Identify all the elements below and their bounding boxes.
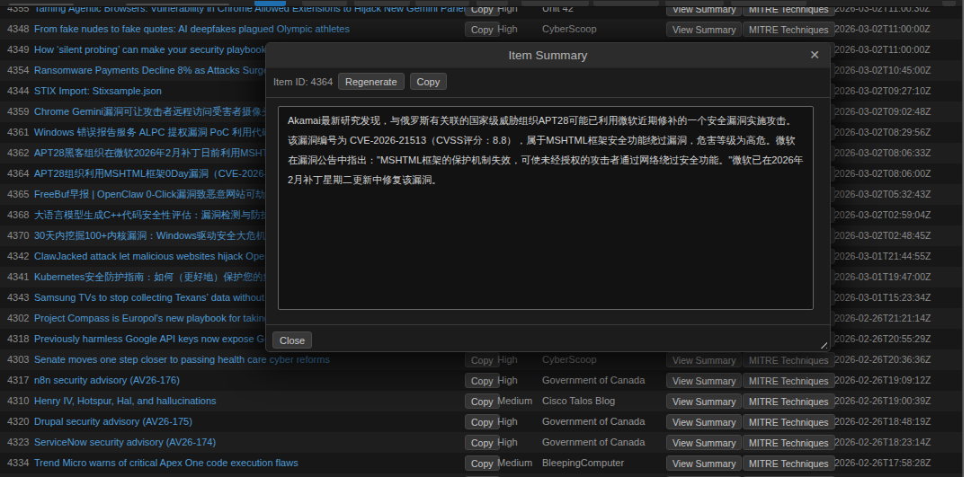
timestamp: 2026-03-01T19:47:00Z — [834, 267, 931, 287]
mitre-techniques-button[interactable]: MITRE Techniques — [743, 414, 835, 429]
dialog-divider — [266, 324, 830, 325]
regenerate-button[interactable]: Regenerate — [338, 73, 405, 90]
table-row[interactable]: Copy View Summary MITRE Techniques — [0, 473, 962, 477]
table-row[interactable]: 4320 Drupal security advisory (AV26-175)… — [0, 411, 962, 432]
toolbar-button-fragment[interactable] — [665, 1, 724, 6]
mitre-techniques-button[interactable]: MITRE Techniques — [743, 22, 835, 37]
item-title-link[interactable]: 大语言模型生成C++代码安全性评估：漏洞检测与防护 — [34, 205, 271, 225]
item-title-link[interactable]: APT28黑客组织在微软2026年2月补丁日前利用MSHTML漏洞 — [34, 143, 302, 163]
dialog-header: Item Summary ✕ — [266, 43, 830, 68]
source-label: Government of Canada — [542, 370, 645, 391]
toolbar-primary-button-fragment[interactable] — [254, 1, 286, 6]
item-title-link[interactable]: Windows 错误报告服务 ALPC 提权漏洞 PoC 利用代码公开 — [34, 122, 291, 143]
toolbar-button-fragment[interactable] — [731, 1, 806, 6]
table-row[interactable]: 4310 Henry IV, Hotspur, Hal, and halluci… — [0, 391, 962, 411]
item-title-link[interactable]: STIX Import: Stixsample.json — [34, 81, 162, 102]
copy-button[interactable]: Copy — [465, 414, 500, 429]
item-id: 4341 — [7, 267, 29, 287]
severity-label: High — [497, 349, 518, 370]
copy-button[interactable]: Copy — [465, 435, 500, 450]
severity-label: High — [497, 370, 518, 391]
source-label: Government of Canada — [542, 411, 645, 432]
toolbar-button-fragment[interactable] — [593, 1, 659, 6]
timestamp: 2026-03-01T21:44:55Z — [834, 246, 931, 267]
item-title-link[interactable]: Trend Micro warns of critical Apex One c… — [34, 453, 298, 473]
copy-summary-button[interactable]: Copy — [410, 73, 448, 90]
item-id: 4348 — [7, 19, 29, 40]
item-title-link[interactable]: FreeBuf早报 | OpenClaw 0-Click漏洞致恶意网站可劫持设备 — [34, 184, 295, 205]
item-title-link[interactable]: Chrome Gemini漏洞可让攻击者远程访问受害者摄像头 — [34, 102, 272, 122]
toolbar-button-fragment[interactable] — [521, 1, 589, 6]
copy-button[interactable]: Copy — [465, 393, 500, 409]
item-title-link[interactable]: ServiceNow security advisory (AV26-174) — [34, 432, 216, 453]
item-id: 4310 — [7, 391, 29, 411]
table-row[interactable]: 4303 Senate moves one step closer to pas… — [0, 349, 962, 370]
copy-button[interactable]: Copy — [465, 352, 500, 367]
summary-textarea[interactable]: Akamai最新研究发现，与俄罗斯有关联的国家级威胁组织APT28可能已利用微软… — [278, 106, 814, 310]
dialog-divider — [266, 97, 830, 98]
item-title-link[interactable]: APT28组织利用MSHTML框架0Day漏洞（CVE-2026-21513） — [34, 163, 305, 184]
app-window: 4355 Taming Agentic Browsers: Vulnerabil… — [0, 0, 964, 477]
timestamp: 2026-02-26T20:36:36Z — [834, 349, 931, 370]
toolbar-text-fragment — [126, 4, 229, 5]
item-id: 4317 — [7, 370, 29, 391]
timestamp: 2026-03-02T11:00:00Z — [834, 19, 931, 40]
close-button[interactable]: Close — [272, 331, 312, 349]
source-label: BleepingComputer — [542, 453, 624, 473]
copy-button[interactable]: Copy — [465, 22, 500, 37]
timestamp: 2026-03-02T09:02:48Z — [834, 102, 931, 122]
item-title-link[interactable]: Kubernetes安全防护指南：如何（更好地）保护您的集群 — [34, 267, 282, 287]
mitre-techniques-button[interactable]: MITRE Techniques — [743, 455, 835, 471]
timestamp: 2026-02-26T21:21:14Z — [834, 308, 931, 329]
table-row[interactable]: 4317 n8n security advisory (AV26-176) Co… — [0, 370, 962, 391]
timestamp: 2026-03-02T02:59:04Z — [834, 205, 931, 225]
item-id: 4334 — [7, 453, 29, 473]
item-title-link[interactable]: Drupal security advisory (AV26-175) — [34, 411, 192, 432]
view-summary-button[interactable]: View Summary — [666, 455, 742, 471]
item-title-link[interactable]: n8n security advisory (AV26-176) — [34, 370, 180, 391]
table-row[interactable]: 4334 Trend Micro warns of critical Apex … — [0, 453, 962, 473]
view-summary-button[interactable]: View Summary — [666, 373, 742, 388]
item-title-link[interactable]: Henry IV, Hotspur, Hal, and hallucinatio… — [34, 391, 217, 411]
item-title-link[interactable]: 30天内挖掘100+内核漏洞：Windows驱动安全大危机 — [34, 225, 266, 246]
severity-label: High — [497, 19, 518, 40]
copy-button[interactable]: Copy — [465, 373, 500, 388]
item-title-link[interactable]: ClawJacked attack let malicious websites… — [34, 246, 292, 267]
source-label: CyberScoop — [542, 349, 597, 370]
view-summary-button[interactable]: View Summary — [666, 22, 742, 37]
table-row[interactable]: 4348 From fake nudes to fake quotes: AI … — [0, 19, 962, 40]
item-title-link[interactable]: Ransomware Payments Decline 8% as Attack… — [34, 60, 291, 81]
item-id: 4354 — [7, 60, 29, 81]
timestamp: 2026-02-26T17:58:28Z — [834, 453, 931, 473]
mitre-techniques-button[interactable]: MITRE Techniques — [743, 352, 835, 367]
table-row[interactable]: 4323 ServiceNow security advisory (AV26-… — [0, 432, 962, 453]
item-id-label: Item ID: 4364 — [273, 76, 333, 87]
item-title-link[interactable]: Samsung TVs to stop collecting Texans’ d… — [34, 287, 302, 308]
toolbar-button-fragment[interactable] — [477, 1, 508, 6]
source-label: Government of Canada — [542, 432, 645, 453]
mitre-techniques-button[interactable]: MITRE Techniques — [743, 435, 835, 450]
timestamp: 2026-03-02T11:00:00Z — [834, 40, 931, 60]
view-summary-button[interactable]: View Summary — [666, 352, 742, 367]
severity-label: Medium — [497, 453, 532, 473]
item-id: 4320 — [7, 411, 29, 432]
timestamp: 2026-03-02T02:48:45Z — [834, 225, 931, 246]
view-summary-button[interactable]: View Summary — [666, 393, 742, 409]
mitre-techniques-button[interactable]: MITRE Techniques — [743, 393, 835, 409]
severity-label: Medium — [497, 391, 532, 411]
item-title-link[interactable]: From fake nudes to fake quotes: AI deepf… — [34, 19, 350, 40]
toolbar-button-fragment[interactable] — [942, 1, 956, 6]
mitre-techniques-button[interactable]: MITRE Techniques — [743, 373, 835, 388]
resize-grip-icon[interactable] — [817, 339, 827, 349]
item-title-link[interactable]: Senate moves one step closer to passing … — [34, 349, 330, 370]
view-summary-button[interactable]: View Summary — [666, 435, 742, 450]
copy-button[interactable]: Copy — [465, 455, 500, 471]
toolbar-button-fragment[interactable] — [354, 1, 410, 6]
toolbar-button-fragment[interactable] — [302, 1, 347, 6]
toolbar-button-fragment[interactable] — [415, 1, 469, 6]
view-summary-button[interactable]: View Summary — [666, 414, 742, 429]
timestamp: 2026-03-02T08:06:00Z — [834, 163, 931, 184]
close-icon[interactable]: ✕ — [809, 43, 820, 66]
item-id: 4302 — [7, 308, 29, 329]
item-title-link[interactable]: How ‘silent probing’ can make your secur… — [34, 40, 294, 60]
